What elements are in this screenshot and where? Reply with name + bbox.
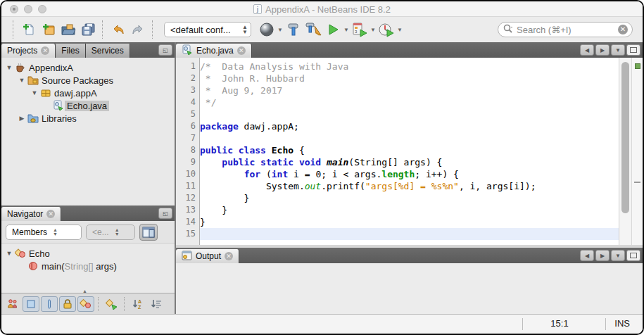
show-non-public-members-button[interactable] (59, 296, 76, 312)
expand-nodes-button[interactable] (103, 296, 120, 312)
scroll-tabs-left-button[interactable]: ◀ (580, 44, 594, 56)
close-tab-icon[interactable]: ✕ (41, 46, 49, 55)
close-tab-icon[interactable]: ✕ (237, 46, 246, 55)
line-number[interactable]: 6 (176, 120, 199, 132)
tab-navigator[interactable]: Navigator ✕ (1, 207, 61, 221)
profile-dropdown-arrow[interactable]: ▼ (396, 20, 403, 39)
tree-item-libraries[interactable]: ▶Libraries (1, 112, 175, 125)
sort-by-name-button[interactable]: AZ (130, 296, 146, 312)
code-editor[interactable]: 123456789101112131415 /* Data Analysis w… (176, 58, 643, 245)
code-line-15[interactable] (200, 228, 619, 240)
line-number[interactable]: 8 (176, 144, 199, 156)
scrollbar-thumb[interactable] (621, 62, 629, 213)
show-fields-button[interactable] (23, 296, 39, 312)
code-line-8[interactable]: public class Echo { (200, 144, 619, 156)
scroll-tabs-right-button[interactable]: ▶ (595, 44, 610, 56)
tab-echo-java[interactable]: Echo.java ✕ (176, 44, 252, 58)
code-line-6[interactable]: package dawj.appA; (200, 120, 619, 132)
code-line-7[interactable] (200, 132, 619, 144)
no-errors-indicator[interactable] (635, 63, 640, 69)
show-inherited-members-button[interactable] (4, 296, 21, 312)
sort-by-source-button[interactable] (148, 296, 165, 312)
tab-list-dropdown-button[interactable]: ▼ (611, 250, 625, 261)
show-inner-classes-button[interactable] (77, 296, 94, 312)
code-line-4[interactable]: */ (200, 96, 619, 108)
maximize-editor-button[interactable] (626, 44, 640, 56)
line-number[interactable]: 10 (176, 168, 199, 180)
run-project-button[interactable] (323, 20, 343, 39)
line-number[interactable]: 15 (176, 228, 199, 240)
open-project-button[interactable] (58, 20, 78, 39)
close-tab-icon[interactable]: ✕ (46, 210, 55, 218)
tree-item-source-packages[interactable]: ▼Source Packages (1, 74, 175, 87)
line-number[interactable]: 11 (176, 180, 199, 192)
expanded-arrow-icon[interactable]: ▼ (17, 77, 27, 84)
configuration-select[interactable]: <default conf... ▲▼ (164, 22, 251, 37)
expanded-arrow-icon[interactable]: ▼ (4, 250, 14, 257)
output-content[interactable] (176, 263, 643, 314)
code-line-11[interactable]: System.out.printf("args[%d] = %s%n", i, … (200, 180, 619, 192)
line-number[interactable]: 2 (176, 72, 199, 84)
tree-item-echo.java[interactable]: Echo.java (1, 99, 175, 112)
scroll-tabs-right-button[interactable]: ▶ (595, 250, 610, 261)
maximize-output-button[interactable] (626, 250, 640, 261)
redo-button[interactable] (128, 20, 148, 39)
line-number[interactable]: 13 (176, 204, 199, 216)
minimize-panel-button[interactable]: ◱ (158, 44, 172, 56)
tab-files[interactable]: Files (56, 44, 85, 58)
line-number[interactable]: 9 (176, 156, 199, 168)
save-all-button[interactable] (78, 20, 98, 39)
code-line-10[interactable]: for (int i = 0; i < args.length; i++) { (200, 168, 619, 180)
line-number[interactable]: 3 (176, 84, 199, 96)
editor-scrollbar[interactable] (619, 58, 631, 245)
line-number[interactable]: 4 (176, 96, 199, 108)
code-line-14[interactable]: } (200, 216, 619, 228)
connect-dropdown-arrow[interactable]: ▼ (277, 20, 284, 39)
expanded-arrow-icon[interactable]: ▼ (30, 89, 39, 96)
code-line-12[interactable]: } (200, 192, 619, 204)
tree-item-echo[interactable]: ▼Echo (1, 247, 175, 260)
code-lines[interactable]: /* Data Analysis with Java * John R. Hub… (200, 58, 619, 245)
line-number[interactable]: 12 (176, 192, 199, 204)
new-file-button[interactable] (19, 20, 39, 39)
clean-build-project-button[interactable] (303, 20, 323, 39)
code-line-3[interactable]: * Aug 9, 2017 (200, 84, 619, 96)
build-project-button[interactable] (284, 20, 303, 39)
tree-item-appendixa[interactable]: ▼AppendixA (1, 61, 175, 74)
tab-services[interactable]: Services (86, 44, 130, 58)
search-input[interactable]: Search (⌘+I) ✕ (498, 22, 633, 37)
line-number[interactable]: 5 (176, 108, 199, 120)
line-number[interactable]: 1 (176, 61, 199, 72)
debug-project-button[interactable]: 3 (350, 20, 370, 39)
new-project-button[interactable] (39, 20, 58, 39)
collapsed-arrow-icon[interactable]: ▶ (17, 115, 27, 122)
expanded-arrow-icon[interactable]: ▼ (4, 64, 14, 71)
line-number[interactable]: 7 (176, 132, 199, 144)
minimize-panel-button[interactable]: ◱ (158, 208, 172, 219)
code-line-1[interactable]: /* Data Analysis with Java (200, 61, 619, 72)
show-static-members-button[interactable] (41, 296, 58, 312)
tree-item-main-[interactable]: main(String[] args) (1, 260, 175, 272)
tab-output[interactable]: Output ✕ (176, 249, 239, 263)
code-line-13[interactable]: } (200, 204, 619, 216)
profile-project-button[interactable] (377, 20, 396, 39)
close-tab-icon[interactable]: ✕ (225, 252, 233, 260)
undo-button[interactable] (108, 20, 128, 39)
collapse-handle-icon[interactable]: ▲ (82, 289, 87, 293)
scroll-tabs-left-button[interactable]: ◀ (580, 250, 594, 261)
tree-item-dawj.appa[interactable]: ▼dawj.appA (1, 87, 175, 99)
connect-button[interactable] (257, 20, 277, 39)
code-line-5[interactable] (200, 108, 619, 120)
tab-list-dropdown-button[interactable]: ▼ (611, 44, 625, 56)
code-line-9[interactable]: public static void main(String[] args) { (200, 156, 619, 168)
clear-search-icon[interactable]: ✕ (618, 25, 628, 34)
debug-dropdown-arrow[interactable]: ▼ (370, 20, 377, 39)
open-in-window-button[interactable] (139, 224, 158, 241)
line-number[interactable]: 14 (176, 216, 199, 228)
code-line-2[interactable]: * John R. Hubbard (200, 72, 619, 84)
navigator-filter-select[interactable]: <e... ▲▼ (86, 225, 135, 240)
navigator-view-select[interactable]: Members ▲▼ (6, 225, 82, 240)
tab-projects[interactable]: Projects ✕ (1, 44, 56, 58)
window-title: AppendixA - NetBeans IDE 8.2 (265, 4, 391, 15)
run-dropdown-arrow[interactable]: ▼ (343, 20, 350, 39)
